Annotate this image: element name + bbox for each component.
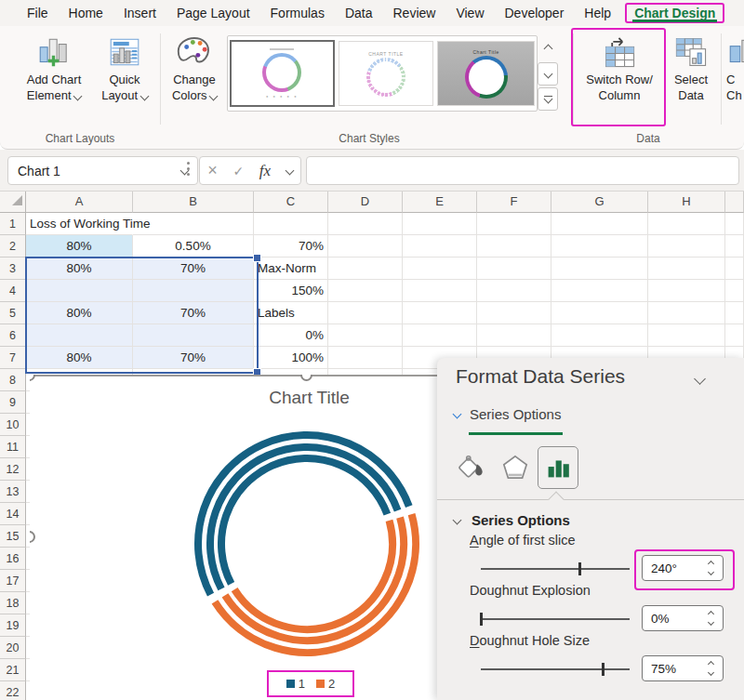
doughnut-explosion-value[interactable]: 0% xyxy=(643,612,700,626)
doughnut-hole-size-slider[interactable] xyxy=(481,668,630,670)
cell-F5[interactable] xyxy=(477,302,551,324)
row-header-18[interactable]: 18 xyxy=(0,592,26,614)
doughnut-hole-size-spinbox[interactable]: 75% xyxy=(642,655,724,681)
cell-A1[interactable]: Loss of Working Time xyxy=(26,213,133,235)
fill-line-icon[interactable] xyxy=(456,451,489,487)
legend-item[interactable]: 2 xyxy=(316,677,335,691)
add-chart-element-button[interactable]: Add Chart Element xyxy=(15,32,93,125)
chart-style-1[interactable]: ● ● ● ● ● xyxy=(230,40,335,107)
row-header-14[interactable]: 14 xyxy=(0,503,26,525)
cell-D5[interactable] xyxy=(328,302,403,324)
cell-A3[interactable]: 80% xyxy=(26,258,133,280)
pane-collapse-chevron-icon[interactable] xyxy=(694,373,706,385)
gallery-scroll-down-button[interactable] xyxy=(538,62,558,86)
chevron-down-icon[interactable] xyxy=(285,166,294,176)
cell-D6[interactable] xyxy=(328,324,403,347)
column-header-D[interactable]: D xyxy=(328,191,403,213)
row-header-2[interactable]: 2 xyxy=(0,235,26,258)
cell-B2[interactable]: 0.50% xyxy=(133,235,254,258)
cell-H2[interactable] xyxy=(648,235,725,258)
change-colors-button[interactable]: Change Colors xyxy=(165,32,224,125)
column-header-G[interactable]: G xyxy=(551,191,648,213)
cell-A4[interactable] xyxy=(26,280,133,302)
cell-C5[interactable]: Labels xyxy=(254,302,328,324)
tab-file[interactable]: File xyxy=(17,2,59,24)
cell-A5[interactable]: 80% xyxy=(26,302,133,324)
formula-bar-splitter[interactable] xyxy=(187,162,190,176)
tab-view[interactable]: View xyxy=(445,2,494,24)
doughnut-explosion-slider[interactable] xyxy=(481,618,630,620)
row-header-11[interactable]: 11 xyxy=(0,436,26,458)
cell-G6[interactable] xyxy=(551,324,648,347)
cell-F2[interactable] xyxy=(477,235,551,258)
cell-F6[interactable] xyxy=(477,324,551,347)
row-header-13[interactable]: 13 xyxy=(0,481,26,503)
cell-X2[interactable] xyxy=(725,235,744,258)
cell-C3[interactable]: Max-Norm xyxy=(254,258,328,280)
cell-B7[interactable]: 70% xyxy=(133,347,254,369)
cell-H3[interactable] xyxy=(648,258,725,280)
series-options-icon-selected[interactable] xyxy=(538,446,578,489)
cell-F4[interactable] xyxy=(477,280,551,302)
cell-B6[interactable] xyxy=(133,324,254,347)
cancel-icon[interactable]: × xyxy=(207,161,218,180)
row-header-8[interactable]: 8 xyxy=(0,369,26,391)
column-header-E[interactable]: E xyxy=(403,191,477,213)
cell-X1[interactable] xyxy=(725,213,744,235)
select-all-corner[interactable] xyxy=(12,195,22,205)
row-header-1[interactable]: 1 xyxy=(0,213,26,235)
tab-developer[interactable]: Developer xyxy=(495,2,575,24)
tab-data[interactable]: Data xyxy=(335,2,383,24)
spin-up-icon[interactable] xyxy=(707,561,713,567)
cell-G5[interactable] xyxy=(551,302,648,324)
cell-H5[interactable] xyxy=(648,302,725,324)
legend-item[interactable]: 1 xyxy=(286,677,305,691)
cell-A7[interactable]: 80% xyxy=(26,347,133,369)
row-header-15[interactable]: 15 xyxy=(0,525,26,548)
angle-of-first-slice-value[interactable]: 240° xyxy=(643,561,700,575)
cell-H4[interactable] xyxy=(648,280,725,302)
angle-of-first-slice-spinbox[interactable]: 240° xyxy=(642,555,724,581)
cell-X3[interactable] xyxy=(725,258,744,280)
cell-X4[interactable] xyxy=(725,280,744,302)
row-header-16[interactable]: 16 xyxy=(0,548,26,570)
doughnut-explosion-spinbox[interactable]: 0% xyxy=(642,605,724,631)
cell-X5[interactable] xyxy=(725,302,744,324)
tab-formulas[interactable]: Formulas xyxy=(260,2,335,24)
cell-A2[interactable]: 80% xyxy=(26,235,133,258)
chart-style-3[interactable]: Chart Title xyxy=(437,41,535,106)
gallery-scroll-up-button[interactable] xyxy=(538,37,558,60)
row-header-10[interactable]: 10 xyxy=(0,414,26,436)
row-header-3[interactable]: 3 xyxy=(0,258,26,280)
row-header-6[interactable]: 6 xyxy=(0,324,26,347)
cell-B4[interactable] xyxy=(133,280,254,302)
change-chart-type-button-clipped[interactable]: C Ch xyxy=(726,32,744,125)
cell-C4[interactable]: 150% xyxy=(254,280,328,302)
row-header-20[interactable]: 20 xyxy=(0,637,26,659)
tab-page-layout[interactable]: Page Layout xyxy=(166,2,260,24)
cell-G4[interactable] xyxy=(551,280,648,302)
spin-up-icon[interactable] xyxy=(707,611,713,617)
cell-H1[interactable] xyxy=(648,213,725,235)
row-header-12[interactable]: 12 xyxy=(0,458,26,481)
cell-F3[interactable] xyxy=(477,258,551,280)
spin-down-icon[interactable] xyxy=(707,669,713,676)
cell-C2[interactable]: 70% xyxy=(254,235,328,258)
cell-E6[interactable] xyxy=(403,324,477,347)
row-header-22[interactable]: 22 xyxy=(0,681,26,700)
row-header-9[interactable]: 9 xyxy=(0,391,26,414)
spin-down-icon[interactable] xyxy=(707,569,713,575)
cell-D7[interactable] xyxy=(328,347,403,369)
series-options-nav[interactable]: Series Options xyxy=(454,406,561,422)
cell-X6[interactable] xyxy=(725,324,744,347)
cell-G1[interactable] xyxy=(551,213,648,235)
column-header-H[interactable]: H xyxy=(648,191,725,213)
cell-C6[interactable]: 0% xyxy=(254,324,328,347)
cell-D2[interactable] xyxy=(328,235,403,258)
tab-chart-design[interactable]: Chart Design xyxy=(625,3,724,23)
cell-F1[interactable] xyxy=(477,213,551,235)
row-header-19[interactable]: 19 xyxy=(0,614,26,637)
spin-down-icon[interactable] xyxy=(707,619,713,626)
cell-C7[interactable]: 100% xyxy=(254,347,328,369)
doughnut-slice[interactable] xyxy=(210,447,398,589)
